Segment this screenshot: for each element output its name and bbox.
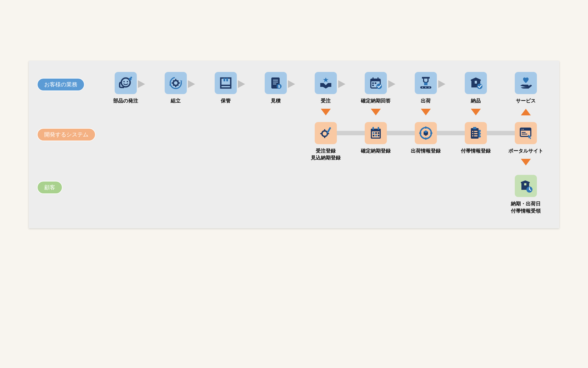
svg-point-6 — [173, 81, 178, 85]
svg-rect-65 — [472, 131, 473, 132]
step-label: 納品 — [471, 97, 481, 104]
step-assembly: 組立 — [151, 72, 201, 104]
svg-rect-44 — [324, 136, 325, 138]
sys-aux-reg: 付帯情報登録 — [451, 122, 501, 154]
step-label: 組立 — [171, 97, 181, 104]
support-icon — [115, 72, 137, 94]
svg-rect-8 — [175, 85, 176, 87]
svg-rect-61 — [419, 133, 421, 134]
svg-rect-31 — [372, 85, 374, 86]
box-check-icon — [465, 72, 487, 94]
svg-rect-69 — [472, 135, 473, 136]
svg-point-41 — [477, 84, 482, 89]
arrow-down-icon — [521, 159, 531, 165]
step-deliver: 納品 — [451, 72, 501, 116]
svg-point-37 — [425, 87, 426, 88]
svg-rect-56 — [375, 135, 377, 136]
svg-rect-74 — [479, 130, 480, 137]
invoice-icon: $ — [265, 72, 287, 94]
checklist-plus-icon — [465, 122, 487, 144]
svg-rect-60 — [425, 138, 426, 140]
row-customer-business: お客様の業務 部品の発注 組立 保管 $ — [37, 72, 551, 116]
svg-point-78 — [523, 129, 524, 130]
svg-rect-66 — [474, 131, 477, 132]
svg-rect-22 — [273, 84, 276, 84]
svg-rect-64 — [473, 127, 476, 129]
step-label: 保管 — [221, 97, 231, 104]
arrow-down-icon — [371, 109, 381, 115]
step-label: 受注 — [321, 97, 331, 104]
svg-point-32 — [376, 84, 382, 89]
svg-rect-53 — [375, 132, 377, 134]
svg-rect-21 — [273, 82, 278, 82]
svg-rect-45 — [320, 133, 322, 134]
customer-receive: 納期・出荷日 付帯情報受領 — [501, 175, 551, 214]
svg-rect-28 — [377, 77, 379, 80]
svg-rect-9 — [172, 82, 173, 84]
svg-rect-54 — [378, 132, 379, 134]
svg-rect-70 — [474, 135, 477, 136]
warehouse-icon — [215, 72, 237, 94]
step-label: 確定納期登録 — [361, 147, 391, 154]
svg-rect-55 — [373, 135, 374, 136]
svg-rect-79 — [522, 132, 526, 133]
svg-rect-52 — [373, 132, 374, 134]
step-label: ポータルサイト — [508, 147, 543, 154]
svg-point-2 — [127, 81, 128, 82]
step-label: 納期・出荷日 付帯情報受領 — [511, 200, 541, 214]
svg-rect-57 — [378, 135, 379, 136]
svg-rect-10 — [178, 82, 180, 84]
care-icon — [515, 72, 537, 94]
svg-point-36 — [422, 87, 423, 88]
svg-rect-62 — [430, 133, 432, 134]
step-service: サービス — [501, 72, 551, 116]
handshake-icon — [315, 72, 337, 94]
arrow-right-icon — [288, 80, 295, 88]
arrow-up-icon — [521, 109, 531, 115]
step-label: 受注登録 見込納期登録 — [311, 147, 341, 161]
step-parts-order: 部品の発注 — [101, 72, 151, 104]
svg-rect-80 — [522, 134, 527, 134]
svg-rect-26 — [371, 79, 380, 81]
svg-rect-30 — [375, 82, 376, 84]
row-label-customer: 顧客 — [37, 181, 62, 194]
arrow-right-icon — [238, 80, 245, 88]
arrow-right-icon — [138, 80, 145, 88]
svg-point-1 — [123, 81, 125, 82]
step-order: 受注 — [301, 72, 351, 116]
step-label: 部品の発注 — [113, 97, 138, 104]
svg-rect-59 — [425, 126, 426, 129]
package-clock-icon — [515, 175, 537, 197]
step-label: 見積 — [271, 97, 281, 104]
svg-rect-15 — [221, 78, 231, 88]
arrow-right-icon — [388, 80, 395, 88]
arrow-down-icon — [471, 109, 481, 115]
svg-rect-20 — [273, 80, 278, 81]
row-customer: 顧客 納期・出荷日 付帯情報受領 — [37, 175, 551, 214]
svg-rect-27 — [372, 77, 374, 80]
row-label-system: 開発するシステム — [37, 128, 96, 141]
sys-delivery-reg: 確定納期登録 — [351, 122, 401, 154]
svg-rect-51 — [378, 127, 379, 130]
process-diagram: お客様の業務 部品の発注 組立 保管 $ — [29, 61, 559, 228]
svg-rect-34 — [424, 82, 427, 85]
svg-rect-43 — [324, 129, 325, 131]
svg-rect-67 — [472, 133, 473, 134]
svg-rect-17 — [226, 78, 228, 81]
step-label: 出荷 — [421, 97, 431, 104]
svg-text:$: $ — [278, 84, 280, 89]
sys-order-reg: 受注登録 見込納期登録 — [301, 122, 351, 161]
gear-pencil-icon — [315, 122, 337, 144]
row-label-business: お客様の業務 — [37, 78, 85, 91]
svg-rect-68 — [474, 133, 477, 134]
svg-rect-29 — [372, 82, 374, 84]
step-label: サービス — [516, 97, 536, 104]
arrow-down-icon — [321, 109, 331, 115]
svg-point-4 — [130, 77, 132, 78]
svg-rect-47 — [326, 127, 331, 134]
svg-point-38 — [429, 87, 430, 88]
svg-rect-33 — [422, 77, 430, 79]
sys-portal: ポータルサイト — [501, 122, 551, 167]
arrow-down-icon — [421, 109, 431, 115]
browser-click-icon — [515, 122, 537, 144]
